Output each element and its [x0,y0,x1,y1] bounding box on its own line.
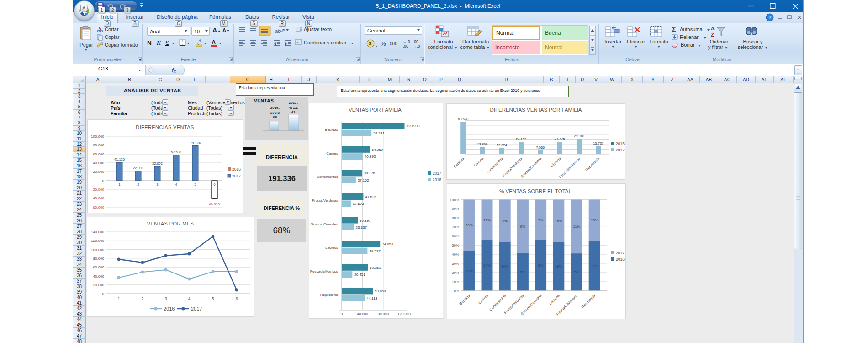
svg-text:VENTAS POR FAMILIA: VENTAS POR FAMILIA [349,107,402,113]
svg-text:54.260: 54.260 [372,148,383,152]
svg-text:80.000: 80.000 [93,143,105,147]
svg-text:60.000: 60.000 [93,265,105,269]
svg-text:20%: 20% [452,271,459,275]
svg-text:100.000: 100.000 [91,134,104,139]
svg-text:20.000: 20.000 [93,283,105,287]
svg-text:17.503: 17.503 [353,202,364,206]
svg-text:Z: Z [711,32,714,38]
svg-text:40.000: 40.000 [93,274,105,279]
svg-text:Bebidas: Bebidas [325,128,338,132]
svg-text:2016: 2016 [616,257,625,262]
svg-text:DIFERENCIAS VENTAS: DIFERENCIAS VENTAS [136,124,194,130]
svg-text:13.869: 13.869 [477,142,488,146]
svg-text:16%: 16% [555,219,562,223]
svg-text:Frutas/Verduras: Frutas/Verduras [502,156,523,178]
svg-text:30.897: 30.897 [360,219,371,223]
svg-text:2017: 2017 [433,171,441,176]
svg-text:2016: 2016 [616,141,625,146]
svg-text:7.560: 7.560 [536,145,545,150]
svg-text:40.000: 40.000 [93,196,105,200]
svg-text:Bebidas: Bebidas [453,156,465,169]
svg-text:79.124: 79.124 [190,141,201,145]
svg-text:7%: 7% [574,270,579,274]
svg-text:Repostería: Repostería [581,294,596,309]
svg-text:Granos/Cereales: Granos/Cereales [311,222,338,226]
svg-text:5: 5 [194,182,196,187]
svg-text:15.737: 15.737 [593,141,603,145]
svg-text:Lácteos: Lácteos [550,156,561,168]
svg-text:2016: 2016 [164,306,175,311]
svg-text:90%: 90% [452,207,459,211]
svg-text:2017: 2017 [191,306,202,311]
svg-text:60%: 60% [452,234,459,238]
svg-text:2: 2 [142,296,144,301]
svg-text:Condimentos: Condimentos [486,156,504,175]
svg-text:39.176: 39.176 [364,171,376,175]
svg-text:27.152: 27.152 [358,178,369,182]
svg-text:$: $ [369,41,371,46]
svg-text:74.053: 74.053 [382,242,393,246]
svg-text:49.577: 49.577 [369,249,381,253]
svg-text:40.000: 40.000 [93,161,105,165]
svg-text:10%: 10% [452,280,459,284]
svg-text:Condimentos: Condimentos [488,294,507,312]
svg-text:Pescado/Marisco: Pescado/Marisco [310,269,339,273]
svg-text:2016: 2016 [232,167,241,172]
svg-text:140.000: 140.000 [91,230,104,234]
svg-text:8%: 8% [502,219,508,223]
svg-text:12.024: 12.024 [497,143,507,147]
svg-text:100%: 100% [450,198,459,202]
svg-text:2017: 2017 [232,174,241,178]
svg-text:59.850: 59.850 [375,289,386,293]
svg-text:40.000: 40.000 [357,312,368,316]
svg-text:4: 4 [188,296,191,301]
svg-text:60.000: 60.000 [93,152,105,156]
svg-text:44.113: 44.113 [366,296,377,300]
svg-text:2016: 2016 [433,177,441,182]
svg-text:fx: fx [172,67,176,74]
svg-text:a: a [296,40,299,44]
svg-text:20%: 20% [466,269,473,273]
svg-text:Repostería: Repostería [585,156,600,172]
svg-text:?: ? [768,15,772,20]
svg-text:24.475: 24.475 [555,137,565,141]
svg-text:Bebidas: Bebidas [459,294,471,306]
svg-text:DIFERENCIAS VENTAS POR FAMILIA: DIFERENCIAS VENTAS POR FAMILIA [490,107,582,113]
svg-text:57.281: 57.281 [373,131,385,135]
svg-text:0: 0 [102,179,105,183]
svg-text:Pescado/Marisco: Pescado/Marisco [558,156,581,179]
svg-text:22.098: 22.098 [133,166,143,170]
svg-text:40%: 40% [452,252,459,257]
svg-text:40.392: 40.392 [365,155,376,159]
svg-text:41.636: 41.636 [365,195,376,199]
svg-text:120.000: 120.000 [91,239,104,243]
svg-text:5: 5 [212,296,214,301]
svg-text:0: 0 [341,312,343,316]
svg-text:80.000: 80.000 [93,257,105,261]
svg-text:120.909: 120.909 [407,124,420,128]
svg-text:4: 4 [175,182,177,187]
svg-text:20.000: 20.000 [93,188,105,192]
svg-text:12%: 12% [483,218,491,222]
svg-text:Repostería: Repostería [320,293,339,297]
svg-text:11%: 11% [573,225,580,229]
svg-text:3: 3 [165,296,167,301]
svg-text:6: 6 [213,182,216,187]
svg-text:←.0: ←.0 [403,39,410,44]
svg-text:32.002: 32.002 [152,161,163,166]
svg-text:1: 1 [118,296,120,301]
svg-text:Carnes: Carnes [477,294,489,305]
svg-text:Lácteos: Lácteos [325,246,338,250]
svg-text:→.0: →.0 [413,44,420,48]
svg-text:8%: 8% [538,263,544,268]
svg-text:%: % [381,40,386,47]
svg-text:A: A [711,26,715,31]
svg-text:63.628: 63.628 [458,117,468,121]
svg-text:Lácteos: Lácteos [549,294,561,305]
svg-text:60.000: 60.000 [93,205,105,209]
svg-text:9%: 9% [520,225,526,229]
svg-text:29.910: 29.910 [574,134,584,138]
svg-text:VENTAS POR MES: VENTAS POR MES [147,221,194,226]
svg-text:30%: 30% [452,262,459,266]
svg-text:20.000: 20.000 [93,170,105,174]
